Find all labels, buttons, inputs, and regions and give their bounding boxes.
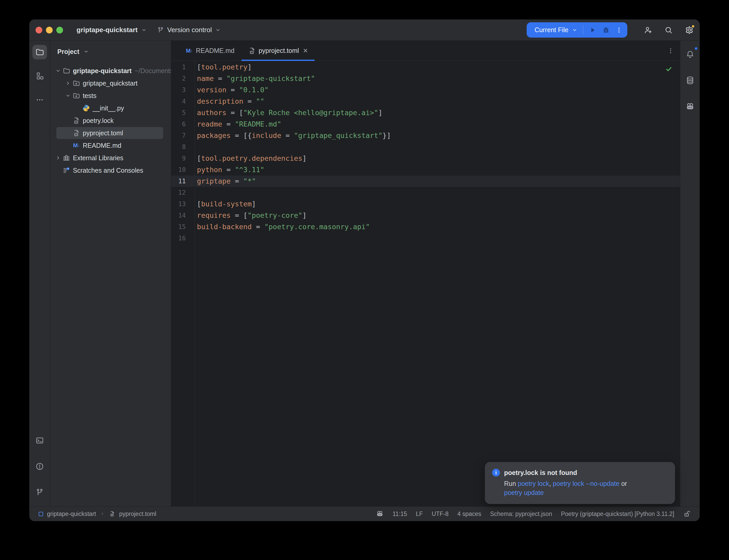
tree-item-griptape_quickstart[interactable]: griptape_quickstart xyxy=(50,77,171,89)
toml-icon: [T] xyxy=(72,129,80,137)
vcs-widget[interactable]: Version control xyxy=(157,26,221,34)
line-number: 3 xyxy=(171,84,194,96)
code-line-13[interactable]: 13[build-system] xyxy=(171,198,680,210)
chevron-right-icon[interactable] xyxy=(64,80,72,86)
code-line-7[interactable]: 7packages = [{include = "griptape_quicks… xyxy=(171,130,680,141)
status-widget-0[interactable]: 11:15 xyxy=(393,510,407,517)
code-text[interactable]: griptape = "*" xyxy=(194,176,256,187)
tab-readme.md[interactable]: M↓README.md xyxy=(178,41,241,61)
tree-item-label: External Libraries xyxy=(73,154,123,162)
right-tool-stripe xyxy=(680,41,700,506)
tree-item-__init__.py[interactable]: __init__.py xyxy=(50,102,171,114)
project-tool-button[interactable] xyxy=(32,45,47,59)
code-line-8[interactable]: 8 xyxy=(171,141,680,153)
code-line-6[interactable]: 6readme = "README.md" xyxy=(171,118,680,130)
ai-assistant-icon[interactable] xyxy=(683,99,697,114)
debug-button[interactable] xyxy=(602,26,610,34)
status-widget-1[interactable]: LF xyxy=(416,510,423,517)
code-line-12[interactable]: 12 xyxy=(171,187,680,198)
code-line-5[interactable]: 5authors = ["Kyle Roche <hello@griptape.… xyxy=(171,107,680,118)
code-text[interactable]: [build-system] xyxy=(194,198,256,210)
code-line-16[interactable]: 16 xyxy=(171,233,680,244)
code-text[interactable]: [tool.poetry.dependencies] xyxy=(194,153,307,164)
code-text[interactable]: [tool.poetry] xyxy=(194,61,252,73)
status-widget-5[interactable]: Poetry (griptape-quickstart) [Python 3.1… xyxy=(561,510,674,517)
tree-item-tests[interactable]: tests xyxy=(50,89,171,102)
code-line-4[interactable]: 4description = "" xyxy=(171,96,680,107)
tree-item-poetry.lock[interactable]: [T]poetry.lock xyxy=(50,114,171,127)
run-configuration-selector[interactable]: Current File xyxy=(535,26,578,34)
code-line-9[interactable]: 9[tool.poetry.dependencies] xyxy=(171,153,680,164)
run-button[interactable] xyxy=(588,26,597,34)
structure-tool-button[interactable] xyxy=(32,69,47,83)
code-text[interactable] xyxy=(194,187,197,198)
code-text[interactable]: readme = "README.md" xyxy=(194,118,281,130)
code-text[interactable] xyxy=(194,141,197,153)
code-text[interactable]: name = "griptape-quickstart" xyxy=(194,73,315,84)
chevron-right-icon[interactable] xyxy=(54,155,62,161)
problems-tool-button[interactable] xyxy=(32,459,47,474)
minimize-window-button[interactable] xyxy=(46,27,53,33)
tab-label: README.md xyxy=(196,47,234,54)
status-widget-3[interactable]: 4 spaces xyxy=(458,510,481,517)
zoom-window-button[interactable] xyxy=(56,27,63,33)
tree-item-scratches-and-consoles[interactable]: Scratches and Consoles xyxy=(50,164,171,177)
chevron-down-icon[interactable] xyxy=(54,68,62,74)
settings-notification-dot xyxy=(691,24,695,28)
inspections-ok-icon[interactable] xyxy=(665,65,673,73)
status-widget-2[interactable]: UTF-8 xyxy=(432,510,449,517)
status-bar: griptape-quickstart [T] pyproject.toml 1… xyxy=(29,506,700,521)
code-line-10[interactable]: 10python = "^3.11" xyxy=(171,164,680,176)
line-number: 7 xyxy=(171,130,194,141)
settings-gear-icon[interactable] xyxy=(685,25,694,35)
breadcrumb[interactable]: griptape-quickstart [T] pyproject.toml xyxy=(39,510,156,517)
breadcrumb-project[interactable]: griptape-quickstart xyxy=(47,510,96,517)
notification-link[interactable]: poetry lock xyxy=(518,480,549,487)
database-icon[interactable] xyxy=(683,73,697,88)
add-user-icon[interactable] xyxy=(644,26,653,34)
version-control-tool-button[interactable] xyxy=(32,485,47,500)
project-selector[interactable]: griptape-quickstart xyxy=(76,26,147,34)
code-line-2[interactable]: 2name = "griptape-quickstart" xyxy=(171,73,680,84)
notification-link[interactable]: poetry update xyxy=(504,489,544,496)
code-line-14[interactable]: 14requires = ["poetry-core"] xyxy=(171,210,680,221)
close-tab-icon[interactable]: ✕ xyxy=(303,47,308,54)
unlocked-icon[interactable] xyxy=(683,510,691,518)
code-text[interactable] xyxy=(194,233,197,244)
line-number: 8 xyxy=(171,141,194,153)
more-run-options-button[interactable] xyxy=(615,26,623,34)
editor-area: M↓README.md[T]pyproject.toml✕ 1[tool.poe… xyxy=(171,41,680,506)
line-number: 11 xyxy=(171,176,194,187)
code-text[interactable]: authors = ["Kyle Roche <hello@griptape.a… xyxy=(194,107,383,118)
code-text[interactable]: requires = ["poetry-core"] xyxy=(194,210,307,221)
project-panel-header[interactable]: Project xyxy=(50,41,171,62)
close-window-button[interactable] xyxy=(36,27,42,33)
more-tool-windows-button[interactable] xyxy=(32,93,47,107)
tree-item-pyproject.toml[interactable]: [T]pyproject.toml xyxy=(50,127,171,139)
code-text[interactable]: build-backend = "poetry.core.masonry.api… xyxy=(194,221,370,233)
breadcrumb-file[interactable]: pyproject.toml xyxy=(119,510,156,517)
chevron-down-icon[interactable] xyxy=(64,93,72,99)
tab-options-kebab-icon[interactable] xyxy=(667,47,674,54)
code-text[interactable]: version = "0.1.0" xyxy=(194,84,268,96)
search-icon[interactable] xyxy=(664,26,673,34)
tree-item-griptape-quickstart[interactable]: griptape-quickstart~/Documents xyxy=(50,65,171,77)
code-line-3[interactable]: 3version = "0.1.0" xyxy=(171,84,680,96)
code-editor[interactable]: 1[tool.poetry]2name = "griptape-quicksta… xyxy=(171,61,680,506)
code-text[interactable]: packages = [{include = "griptape_quickst… xyxy=(194,130,391,141)
tree-item-readme.md[interactable]: M↓README.md xyxy=(50,139,171,152)
terminal-tool-button[interactable] xyxy=(32,433,47,448)
code-line-1[interactable]: 1[tool.poetry] xyxy=(171,61,680,73)
tab-pyproject.toml[interactable]: [T]pyproject.toml✕ xyxy=(241,41,315,61)
code-line-15[interactable]: 15build-backend = "poetry.core.masonry.a… xyxy=(171,221,680,233)
notifications-bell-icon[interactable] xyxy=(683,47,697,61)
divider xyxy=(583,26,583,34)
code-line-11[interactable]: 11griptape = "*" xyxy=(171,176,680,187)
code-text[interactable]: python = "^3.11" xyxy=(194,164,264,176)
code-text[interactable]: description = "" xyxy=(194,96,264,107)
chevron-down-icon xyxy=(572,27,578,33)
ai-assistant-status-icon[interactable] xyxy=(376,510,384,518)
notification-link[interactable]: poetry lock --no-update xyxy=(553,480,620,487)
status-widget-4[interactable]: Schema: pyproject.json xyxy=(490,510,552,517)
tree-item-external-libraries[interactable]: External Libraries xyxy=(50,152,171,164)
